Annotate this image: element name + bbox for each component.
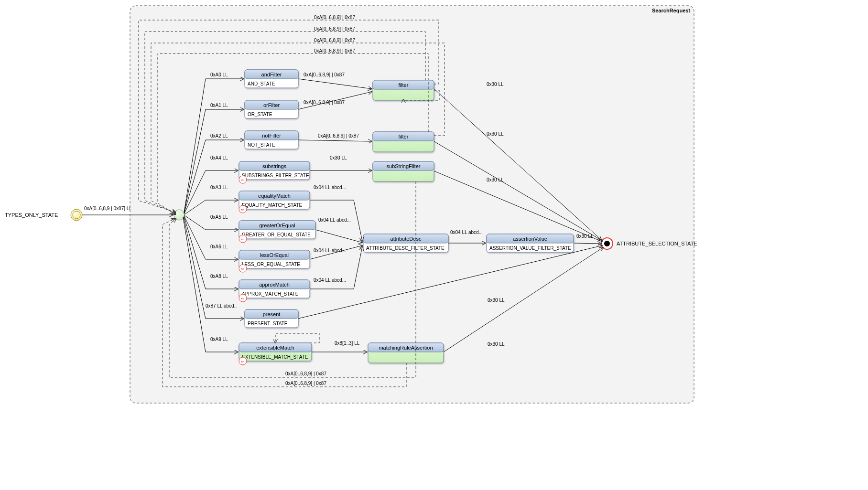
svg-text:0xA[0..6,8,9] | 0x87: 0xA[0..6,8,9] | 0x87 [304,100,345,105]
types-only-state: TYPES_ONLY_STATE [5,209,82,221]
node-title: equalityMatch [258,193,291,199]
state-filter-1: filter [373,80,434,100]
node-title: present [263,311,281,317]
node-sub: OR_STATE [248,112,272,117]
svg-text:0xA[0..6,8,9] | 0x87: 0xA[0..6,8,9] | 0x87 [314,38,355,43]
state-or-filter: orFilter OR_STATE [245,100,298,118]
svg-text:0x30 LL: 0x30 LL [487,177,504,182]
svg-text:0xA1 LL: 0xA1 LL [210,103,228,108]
svg-text:0x30 LL: 0x30 LL [487,131,504,137]
node-title: andFilter [261,72,282,77]
node-title: attributeDesc [391,236,422,242]
node-sub: AND_STATE [248,81,275,86]
state-less-or-equal: lessOrEqual LESS_OR_EQUAL_STATE [239,250,310,268]
svg-text:0x04 LL abcd...: 0x04 LL abcd... [450,230,483,235]
svg-text:0xA[0..6,8,9] | 0x87: 0xA[0..6,8,9] | 0x87 [318,133,359,138]
svg-text:⇐: ⇐ [241,266,245,271]
node-title: subStringFilter [387,163,421,169]
sublink-icon: ⇐ [239,235,247,243]
state-substring-filter: subStringFilter [373,161,434,181]
svg-text:0xA6 LL: 0xA6 LL [210,244,228,249]
container-title: SearchRequest [652,8,690,13]
svg-point-3 [174,210,184,220]
node-sub: LESS_OR_EQUAL_STATE [242,262,300,267]
node-sub: ASSERTION_VALUE_FILTER_STATE [489,245,571,251]
svg-text:0xA2 LL: 0xA2 LL [210,133,228,138]
svg-text:0xA8 LL: 0xA8 LL [210,274,228,279]
state-not-filter: notFilter NOT_STATE [245,131,298,149]
edge-label-start: 0xA[0..6,8,9 | 0x87] LL [84,206,132,211]
sublink-icon: ⇐ [239,265,247,272]
state-diagram: SearchRequest TYPES_ONLY_STATE ATTRIBUTE… [0,0,868,490]
node-title: greaterOrEqual [259,223,295,228]
svg-text:⇐: ⇐ [241,207,245,212]
svg-text:0xA[0..6,8,9] | 0x87: 0xA[0..6,8,9] | 0x87 [314,26,355,32]
state-greater-or-equal: greaterOrEqual GREATER_OR_EQUAL_STATE [239,221,315,239]
state-and-filter: andFilter AND_STATE [245,70,298,88]
node-sub: PRESENT_STATE [248,321,288,326]
svg-text:⇐: ⇐ [241,178,245,182]
node-title: assertionValue [513,236,547,242]
svg-text:0x30 LL: 0x30 LL [488,341,505,347]
svg-point-5 [604,241,610,246]
node-sub: SUBSTRINGS_FILTER_STATE [242,173,309,178]
svg-text:⇐: ⇐ [241,296,245,301]
node-title: extensibleMatch [256,345,294,351]
start-state-label: TYPES_ONLY_STATE [5,212,58,218]
state-equality-match: equalityMatch EQUALITY_MATCH_STATE [239,191,310,209]
svg-text:0xA[0..6,8,9] | 0x87: 0xA[0..6,8,9] | 0x87 [285,371,326,376]
node-title: notFilter [262,133,281,138]
sublink-icon: ⇐ [239,294,247,302]
sublink-icon: ⇐ [239,205,247,213]
svg-text:0x04 LL abcd...: 0x04 LL abcd... [314,185,346,190]
state-extensible-match: extensibleMatch EXTENSIBLE_MATCH_STATE [239,343,312,361]
svg-text:0xA[0..6,8,9] | 0x87: 0xA[0..6,8,9] | 0x87 [285,381,326,386]
svg-text:0xA[0..6,8,9] | 0x87: 0xA[0..6,8,9] | 0x87 [304,72,345,77]
svg-text:0xA5 LL: 0xA5 LL [210,214,228,220]
node-sub: EXTENSIBLE_MATCH_STATE [242,354,308,360]
svg-text:0x30 LL: 0x30 LL [330,155,347,160]
state-substrings: substrings SUBSTRINGS_FILTER_STATE [239,161,310,180]
node-sub: NOT_STATE [248,142,275,148]
node-sub: ATTRIBUTE_DESC_FILTER_STATE [366,245,445,251]
node-title: matchingRuleAssertion [379,345,433,351]
state-attribute-desc: attributeDesc ATTRIBUTE_DESC_FILTER_STAT… [363,234,448,252]
choice-node [174,210,184,220]
node-sub: EQUALITY_MATCH_STATE [242,202,302,208]
end-state-label: ATTRIBUTE_SELECTION_STATE [617,241,697,246]
svg-text:0x04 LL abcd...: 0x04 LL abcd... [314,248,346,253]
state-assertion-value: assertionValue ASSERTION_VALUE_FILTER_ST… [487,234,574,252]
svg-text:0xA9 LL: 0xA9 LL [210,337,228,342]
node-title: substrings [262,163,287,169]
svg-text:0xA[0..6,8,9] | 0x87: 0xA[0..6,8,9] | 0x87 [314,48,355,53]
node-sub: APPROX_MATCH_STATE [242,291,299,297]
svg-text:0x8[1..3] LL: 0x8[1..3] LL [335,341,360,346]
node-title: approxMatch [259,282,290,288]
sublink-icon: ⇐ [239,357,247,365]
svg-text:0x30 LL: 0x30 LL [487,82,504,87]
node-title: lessOrEqual [260,252,289,258]
sublink-icon: ⇐ [239,176,247,183]
svg-text:0xA3 LL: 0xA3 LL [210,185,228,190]
svg-text:⇐: ⇐ [241,237,245,242]
svg-text:0x04 LL abcd...: 0x04 LL abcd... [314,277,346,283]
svg-text:0xA0 LL: 0xA0 LL [210,72,228,77]
svg-text:0xA4 LL: 0xA4 LL [210,155,228,160]
state-present: present PRESENT_STATE [245,309,298,328]
node-title: filter [399,82,409,88]
node-sub: GREATER_OR_EQUAL_STATE [242,232,311,237]
svg-text:0x30 LL: 0x30 LL [488,298,505,303]
state-matching-rule-assertion: matchingRuleAssertion [368,343,444,363]
svg-text:0x87 LL abcd..: 0x87 LL abcd.. [206,303,237,309]
svg-text:0x04 LL abcd...: 0x04 LL abcd... [318,217,351,223]
node-title: orFilter [263,102,280,108]
node-title: filter [399,134,409,139]
state-filter-2: filter [373,132,434,152]
state-approx-match: approxMatch APPROX_MATCH_STATE [239,280,310,298]
svg-text:⇐: ⇐ [241,359,245,364]
svg-text:0xA[0..6,8,9] | 0x87: 0xA[0..6,8,9] | 0x87 [314,15,355,20]
svg-text:0x30 LL: 0x30 LL [576,234,594,239]
